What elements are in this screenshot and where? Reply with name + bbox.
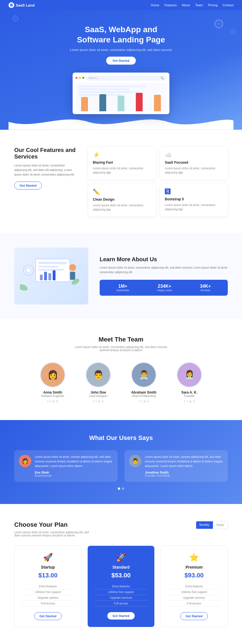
person-2 bbox=[99, 94, 106, 111]
team-role-john: Lead Designer bbox=[80, 394, 117, 398]
nav-home[interactable]: Home bbox=[151, 3, 159, 7]
pricing-header-text: Choose Your Plan Lorem ipsum dolor sit a… bbox=[14, 521, 89, 537]
hero-cta-button[interactable]: Get Started bbox=[106, 57, 136, 65]
twitter-icon[interactable]: t bbox=[96, 400, 97, 403]
testimonial-role-1: Businessman bbox=[35, 474, 113, 477]
standard-features: Extra features Lifetime free support Upg… bbox=[95, 584, 148, 606]
testimonial-card-2: 👨 Lorem ipsum dolor sit amet, consee adi… bbox=[124, 450, 228, 482]
svg-point-11 bbox=[69, 264, 76, 271]
features-heading: Our Cool Features and Services bbox=[14, 147, 77, 160]
testimonial-role-2: Founder Food Birds bbox=[145, 474, 223, 477]
standard-feature-1: Extra features bbox=[95, 584, 148, 589]
instagram-icon[interactable]: in bbox=[53, 400, 55, 403]
feature-card-bootstrap: 🅱 Bootstrap 5 Lorem ipsum dolor sit amet… bbox=[160, 184, 228, 216]
yearly-button[interactable]: Yearly bbox=[213, 521, 227, 529]
twitter-icon[interactable]: t bbox=[50, 400, 51, 403]
team-role-abraham: Head Of Marketing bbox=[125, 394, 162, 398]
premium-cta-button[interactable]: Get Started bbox=[180, 612, 208, 620]
linkedin-icon[interactable]: li bbox=[102, 400, 103, 403]
premium-icon: ⭐ bbox=[167, 553, 221, 562]
linkedin-icon[interactable]: li bbox=[147, 400, 149, 403]
premium-price: $93.00 bbox=[167, 572, 221, 579]
facebook-icon[interactable]: f bbox=[93, 400, 94, 403]
period-toggle[interactable]: Monthly Yearly bbox=[196, 521, 228, 529]
twitter-icon[interactable]: t bbox=[141, 400, 142, 403]
svg-rect-6 bbox=[38, 269, 64, 271]
features-cta-button[interactable]: Get Started bbox=[14, 182, 42, 190]
nav-team[interactable]: Team bbox=[195, 3, 203, 7]
stat-users: 234K+ Happy Users bbox=[157, 284, 172, 292]
person-5 bbox=[154, 95, 161, 111]
svg-point-14 bbox=[20, 283, 28, 292]
clean-design-title: Clean Design bbox=[93, 197, 151, 201]
illustration-people bbox=[75, 93, 167, 111]
person-3 bbox=[118, 96, 124, 111]
pricing-subtitle: Lorem ipsum dolor sit amet, consectetur … bbox=[14, 531, 89, 537]
blazing-fast-title: Blazing Fast bbox=[93, 161, 151, 164]
blazing-fast-icon: ⚡ bbox=[93, 151, 151, 158]
svg-point-2 bbox=[26, 268, 31, 273]
team-socials-abraham: f t in li bbox=[125, 400, 162, 403]
facebook-icon[interactable]: f bbox=[184, 400, 185, 403]
team-member-anna: 👩 Anna Smith Software Engineer f t in li bbox=[34, 362, 71, 403]
gear-icon-1: ⚙ bbox=[213, 16, 225, 32]
linkedin-icon[interactable]: li bbox=[56, 400, 58, 403]
bootstrap-desc: Lorem ipsum dolor sit amet, consectetur … bbox=[165, 203, 223, 211]
instagram-icon[interactable]: in bbox=[189, 400, 192, 403]
features-left: Our Cool Features and Services Lorem ips… bbox=[14, 147, 77, 190]
instagram-icon[interactable]: in bbox=[144, 400, 146, 403]
testimonials-heading: What Our Users Says bbox=[14, 434, 228, 442]
team-name-anna: Anna Smith bbox=[34, 390, 71, 394]
startup-name: Startup bbox=[21, 565, 75, 569]
nav-features[interactable]: Features bbox=[164, 3, 177, 7]
testimonials-dots bbox=[14, 487, 228, 490]
feature-card-saas-focused: ☁️ SaaS Focused Lorem ipsum dolor sit am… bbox=[160, 147, 228, 179]
bootstrap-title: Bootstrap 5 bbox=[165, 197, 223, 201]
about-description: Lorem ipsum dolor sit amet, consectetur … bbox=[100, 266, 228, 275]
facebook-icon[interactable]: f bbox=[48, 400, 48, 403]
team-avatar-sara: 👩‍💼 bbox=[177, 362, 202, 388]
team-name-sara: Sara A. K. bbox=[171, 390, 208, 394]
testimonial-avatar-1: 👩 bbox=[19, 455, 31, 467]
saas-focused-title: SaaS Focused bbox=[165, 161, 223, 164]
feature-card-clean-design: ✏️ Clean Design Lorem ipsum dolor sit am… bbox=[88, 184, 156, 216]
premium-feature-4: Full access bbox=[167, 601, 221, 606]
gear-icon-3: ⚙ bbox=[11, 13, 20, 24]
premium-feature-2: Lifetime free support bbox=[167, 589, 221, 595]
pricing-grid: 🚀 Startup $13.00 Extra features Lifetime… bbox=[14, 546, 228, 627]
twitter-icon[interactable]: t bbox=[187, 400, 188, 403]
standard-price: $53.00 bbox=[95, 572, 148, 579]
dot-green bbox=[82, 77, 84, 79]
instagram-icon[interactable]: in bbox=[98, 400, 101, 403]
dot-2[interactable] bbox=[122, 487, 124, 490]
features-description: Lorem ipsum dolor sit amet, consectetur … bbox=[14, 163, 77, 177]
svg-rect-5 bbox=[38, 266, 58, 268]
startup-cta-button[interactable]: Get Started bbox=[34, 612, 62, 620]
stat-reviews: 34K+ Reviews bbox=[200, 284, 211, 292]
team-socials-john: f t in li bbox=[80, 400, 117, 403]
nav-links: Home Features About Team Pricing Contact bbox=[151, 3, 233, 7]
pricing-section: Choose Your Plan Lorem ipsum dolor sit a… bbox=[0, 504, 242, 644]
logo-icon bbox=[9, 2, 14, 8]
startup-feature-3: Upgrade options bbox=[21, 595, 75, 601]
standard-cta-button[interactable]: Get Started bbox=[107, 612, 134, 620]
nav-pricing[interactable]: Pricing bbox=[208, 3, 218, 7]
standard-feature-3: Upgrade services bbox=[95, 595, 148, 601]
facebook-icon[interactable]: f bbox=[139, 400, 140, 403]
startup-features: Extra features Lifetime free support Upg… bbox=[21, 584, 75, 606]
monthly-button[interactable]: Monthly bbox=[196, 521, 213, 529]
clean-design-desc: Lorem ipsum dolor sit amet, consectetur … bbox=[93, 203, 151, 212]
team-name-john: John Doe bbox=[80, 390, 117, 394]
svg-rect-12 bbox=[70, 272, 75, 280]
stat-downloads: 1M+ Downloads bbox=[116, 284, 129, 292]
dot-1[interactable] bbox=[118, 487, 120, 490]
about-illustration bbox=[14, 248, 88, 304]
nav-about[interactable]: About bbox=[182, 3, 190, 7]
premium-features: Extra features Lifetime free support Upg… bbox=[167, 584, 221, 606]
navbar: SaaS Land Home Features About Team Prici… bbox=[0, 0, 242, 10]
standard-feature-4: Full access bbox=[95, 601, 148, 606]
dot-red bbox=[75, 77, 77, 79]
nav-contact[interactable]: Contact bbox=[223, 3, 233, 7]
linkedin-icon[interactable]: li bbox=[193, 400, 194, 403]
standard-feature-2: Lifetime free support bbox=[95, 589, 148, 595]
